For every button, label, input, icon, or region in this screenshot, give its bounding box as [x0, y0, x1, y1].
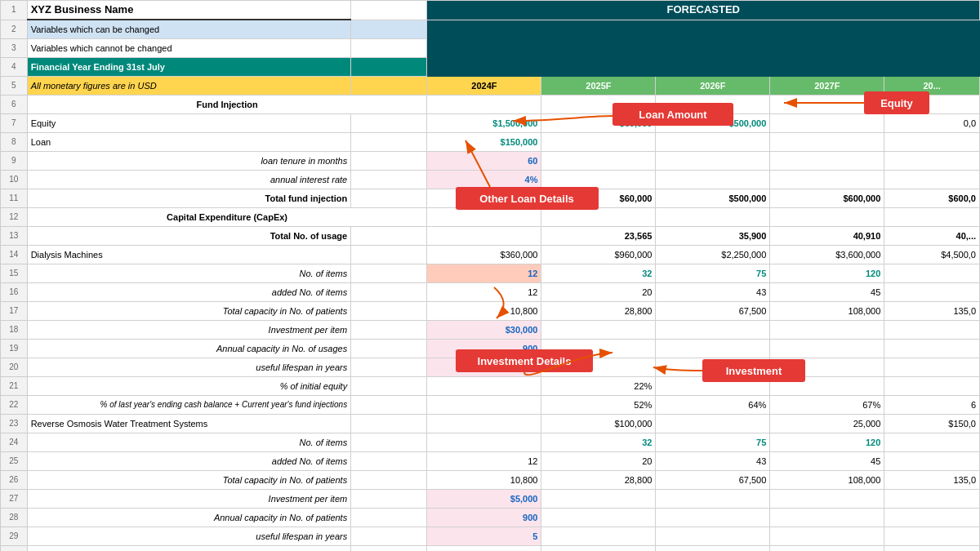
- cell: [656, 171, 770, 189]
- cell: [351, 1, 427, 20]
- cell: [770, 152, 884, 171]
- cell: [884, 358, 980, 377]
- cell: [541, 133, 656, 152]
- cell: 43: [656, 283, 770, 302]
- input-cell[interactable]: $5,000: [427, 490, 541, 509]
- table-row: 20 useful lifespan in years 5: [1, 358, 980, 377]
- input-cell[interactable]: $30,000: [427, 321, 541, 340]
- cell: [770, 340, 884, 358]
- cell: [884, 283, 980, 302]
- cell: [884, 340, 980, 358]
- cell: [541, 152, 656, 171]
- input-cell[interactable]: 4%: [427, 171, 541, 189]
- cell: [770, 546, 884, 552]
- cell: [656, 208, 770, 227]
- cell: 52%: [541, 396, 656, 415]
- input-cell[interactable]: 60: [427, 152, 541, 171]
- cell: $360,000: [427, 246, 541, 264]
- row-number: 2: [1, 20, 28, 39]
- cell: Total No. of usage: [27, 227, 351, 246]
- table-row: 11 Total fund injection $1,650,000 $60,0…: [1, 189, 980, 208]
- cell: 20: [541, 283, 656, 302]
- table-row: 24 No. of items 32 75 120: [1, 433, 980, 452]
- row-number: 14: [1, 246, 28, 264]
- cell: [770, 321, 884, 340]
- cell: [427, 20, 980, 39]
- cell: 108,000: [770, 302, 884, 321]
- cell: [656, 509, 770, 527]
- cell: [770, 490, 884, 509]
- row-number: 5: [1, 77, 28, 96]
- cell: [351, 358, 427, 377]
- cell: 35,900: [656, 227, 770, 246]
- cell: [351, 527, 427, 546]
- cell-section-header: Capital Expenditure (CapEx): [27, 208, 427, 227]
- table-row: 23 Reverse Osmosis Water Treatment Syste…: [1, 415, 980, 433]
- cell: 32: [541, 264, 656, 283]
- cell: [770, 171, 884, 189]
- cell: [351, 302, 427, 321]
- cell: 120: [770, 264, 884, 283]
- row-number: 17: [1, 302, 28, 321]
- cell: useful lifespan in years: [27, 527, 351, 546]
- cell: [541, 96, 656, 114]
- input-cell[interactable]: 900: [427, 340, 541, 358]
- cell: [351, 114, 427, 133]
- input-cell[interactable]: 5: [427, 527, 541, 546]
- input-cell[interactable]: 12: [427, 264, 541, 283]
- cell: Dialysis Machines: [27, 246, 351, 264]
- table-row: 4 Financial Year Ending 31st July: [1, 58, 980, 77]
- input-cell[interactable]: 900: [427, 509, 541, 527]
- cell: [427, 415, 541, 433]
- cell-section-header: Fund Injection: [27, 96, 427, 114]
- cell: 67%: [770, 396, 884, 415]
- cell: [541, 490, 656, 509]
- cell: 28,800: [541, 302, 656, 321]
- cell: [351, 433, 427, 452]
- row-number: 8: [1, 133, 28, 152]
- table-row: 14 Dialysis Machines $360,000 $960,000 $…: [1, 246, 980, 264]
- cell: [351, 264, 427, 283]
- cell: % of initial equity: [27, 377, 351, 396]
- cell: [884, 546, 980, 552]
- cell: [351, 246, 427, 264]
- year-header-2028: 20...: [884, 77, 980, 96]
- cell: Investment per item: [27, 490, 351, 509]
- cell: 10,800: [427, 302, 541, 321]
- input-cell[interactable]: 5: [427, 358, 541, 377]
- cell: 40,910: [770, 227, 884, 246]
- cell: 25,000: [770, 415, 884, 433]
- cell: [427, 227, 541, 246]
- cell: [427, 208, 541, 227]
- cell: Annual capacity in No. of patients: [27, 509, 351, 527]
- cell: 64%: [656, 396, 770, 415]
- cell: [351, 133, 427, 152]
- cell: [656, 152, 770, 171]
- table-row: 18 Investment per item $30,000: [1, 321, 980, 340]
- year-header-2027: 2027F: [770, 77, 884, 96]
- row-number: 10: [1, 171, 28, 189]
- row-number: 22: [1, 396, 28, 415]
- title-cell: XYZ Business Name: [27, 1, 351, 20]
- cell: All monetary figures are in USD: [27, 77, 351, 96]
- cell: [351, 377, 427, 396]
- cell: added No. of items: [27, 283, 351, 302]
- cell: [427, 96, 541, 114]
- cell: [770, 133, 884, 152]
- row-number: 3: [1, 39, 28, 58]
- table-row: 15 No. of items 12 32 75 120: [1, 264, 980, 283]
- cell: [427, 546, 541, 552]
- cell: [770, 208, 884, 227]
- cell: 135,0: [884, 302, 980, 321]
- cell: Loan: [27, 133, 351, 152]
- table-row: 12 Capital Expenditure (CapEx): [1, 208, 980, 227]
- row-number: 15: [1, 264, 28, 283]
- cell: [427, 396, 541, 415]
- cell: Annual capacity in No. of usages: [27, 340, 351, 358]
- row-number: 4: [1, 58, 28, 77]
- row-number: 26: [1, 471, 28, 490]
- cell: $500,000: [656, 114, 770, 133]
- cell: [541, 509, 656, 527]
- row-number: 7: [1, 114, 28, 133]
- cell: [351, 227, 427, 246]
